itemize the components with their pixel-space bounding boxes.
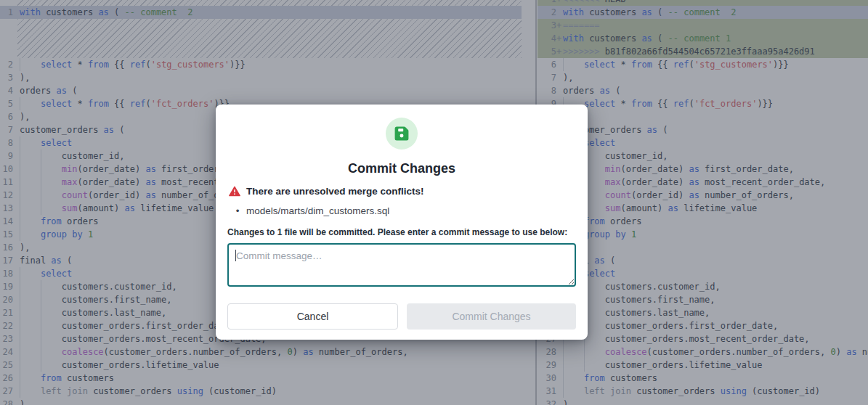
bullet-icon: • [232, 205, 243, 216]
save-icon [394, 126, 410, 142]
save-icon-circle [386, 118, 418, 150]
merge-conflict-warning: There are unresolved merge conflicts! [229, 186, 575, 197]
app-window: 1with customers as ( -- comment 22 selec… [0, 0, 868, 405]
warning-triangle-icon [229, 186, 240, 197]
modal-actions: Cancel Commit Changes [227, 303, 576, 330]
conflict-file-item: •models/marts/dim_customers.sql [232, 205, 575, 216]
commit-message-input[interactable] [227, 243, 576, 287]
cancel-button[interactable]: Cancel [227, 303, 398, 330]
commit-message-wrap [227, 243, 576, 287]
commit-changes-modal: Commit Changes There are unresolved merg… [216, 105, 588, 340]
modal-title: Commit Changes [216, 161, 588, 176]
text-cursor [235, 250, 236, 261]
commit-changes-button[interactable]: Commit Changes [407, 303, 576, 330]
commit-instruction: Changes to 1 file will be committed. Ple… [227, 227, 576, 237]
conflict-file-path: models/marts/dim_customers.sql [246, 205, 389, 216]
conflict-file-list: •models/marts/dim_customers.sql [219, 205, 575, 216]
warning-text: There are unresolved merge conflicts! [246, 186, 424, 197]
